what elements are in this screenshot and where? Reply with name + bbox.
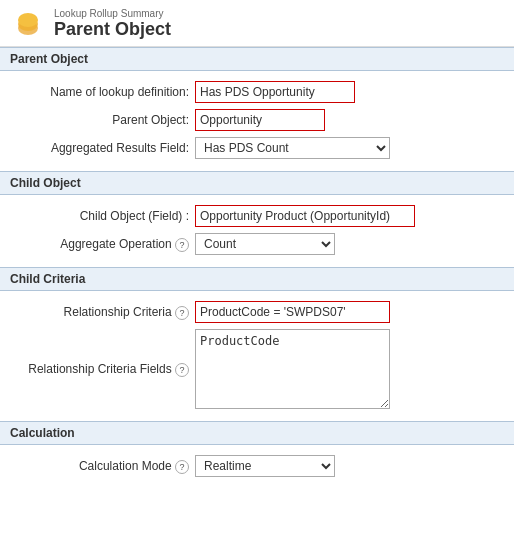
- parent-object-input[interactable]: [195, 109, 325, 131]
- row-child-object-field: Child Object (Field) : Opportunity Produ…: [0, 205, 514, 227]
- parent-object-wrap: [195, 109, 504, 131]
- row-aggregate-op: Aggregate Operation ? Count Sum Max Min …: [0, 233, 514, 255]
- child-criteria-form: Relationship Criteria ? Relationship Cri…: [0, 291, 514, 421]
- section-calculation: Calculation: [0, 421, 514, 445]
- aggregate-op-help-icon[interactable]: ?: [175, 238, 189, 252]
- calc-mode-wrap: Realtime Scheduled Developer: [195, 455, 504, 477]
- header-text: Lookup Rollup Summary Parent Object: [54, 8, 171, 40]
- relationship-criteria-input[interactable]: [195, 301, 390, 323]
- calculation-form: Calculation Mode ? Realtime Scheduled De…: [0, 445, 514, 489]
- svg-point-2: [18, 13, 38, 27]
- header-subtitle: Lookup Rollup Summary: [54, 8, 171, 19]
- calc-mode-select[interactable]: Realtime Scheduled Developer: [195, 455, 335, 477]
- lookup-name-wrap: [195, 81, 504, 103]
- child-object-value: Opportunity Product (OpportunityId): [195, 205, 415, 227]
- page-icon: [12, 8, 44, 40]
- header-title: Parent Object: [54, 19, 171, 40]
- page-header: Lookup Rollup Summary Parent Object: [0, 0, 514, 47]
- section-child-criteria: Child Criteria: [0, 267, 514, 291]
- row-aggregated-field: Aggregated Results Field: Has PDS Count …: [0, 137, 514, 159]
- relationship-criteria-wrap: [195, 301, 504, 323]
- calc-mode-help-icon[interactable]: ?: [175, 460, 189, 474]
- child-object-field-wrap: Opportunity Product (OpportunityId): [195, 205, 504, 227]
- aggregate-op-wrap: Count Sum Max Min Avg: [195, 233, 504, 255]
- row-lookup-name: Name of lookup definition:: [0, 81, 514, 103]
- relationship-criteria-label: Relationship Criteria ?: [10, 305, 195, 320]
- row-relationship-criteria: Relationship Criteria ?: [0, 301, 514, 323]
- relationship-criteria-help-icon[interactable]: ?: [175, 306, 189, 320]
- relationship-fields-wrap: ProductCode: [195, 329, 504, 409]
- lookup-name-input[interactable]: [195, 81, 355, 103]
- aggregate-op-label: Aggregate Operation ?: [10, 237, 195, 252]
- section-child-object: Child Object: [0, 171, 514, 195]
- aggregated-field-wrap: Has PDS Count Has PDS Opportunity Count …: [195, 137, 504, 159]
- aggregated-field-select[interactable]: Has PDS Count Has PDS Opportunity Count …: [195, 137, 390, 159]
- calc-mode-label: Calculation Mode ?: [10, 459, 195, 474]
- parent-object-label: Parent Object:: [10, 113, 195, 127]
- row-calc-mode: Calculation Mode ? Realtime Scheduled De…: [0, 455, 514, 477]
- child-object-field-label: Child Object (Field) :: [10, 209, 195, 223]
- relationship-fields-textarea[interactable]: ProductCode: [195, 329, 390, 409]
- aggregate-op-select[interactable]: Count Sum Max Min Avg: [195, 233, 335, 255]
- lookup-name-label: Name of lookup definition:: [10, 85, 195, 99]
- parent-object-form: Name of lookup definition: Parent Object…: [0, 71, 514, 171]
- child-object-form: Child Object (Field) : Opportunity Produ…: [0, 195, 514, 267]
- aggregated-field-label: Aggregated Results Field:: [10, 141, 195, 155]
- row-parent-object: Parent Object:: [0, 109, 514, 131]
- relationship-fields-help-icon[interactable]: ?: [175, 363, 189, 377]
- relationship-fields-label: Relationship Criteria Fields ?: [10, 362, 195, 377]
- row-relationship-fields: Relationship Criteria Fields ? ProductCo…: [0, 329, 514, 409]
- section-parent-object: Parent Object: [0, 47, 514, 71]
